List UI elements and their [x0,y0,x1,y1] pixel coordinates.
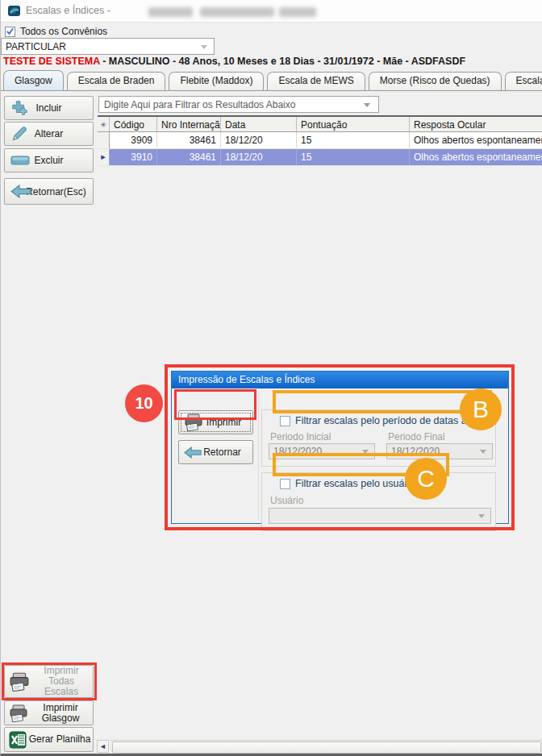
periodo-inicial-dropdown[interactable]: 18/12/2020 [269,443,375,459]
cell-resposta-ocular: Olhos abertos espontaneamente + [410,132,542,148]
step-number-badge: 10 [125,384,163,422]
table-row-selected[interactable]: ▸ 3910 38461 18/12/20 15 Olhos abertos e… [98,149,542,166]
todos-convenios-checkbox[interactable]: Todos os Convênios [5,25,107,38]
imprimir-label: Imprimir [206,417,241,428]
column-header-nro-internacao[interactable]: Nro Internação [157,117,221,131]
imprimir-glasgow-button[interactable]: Imprimir Glasgow [4,700,94,725]
row-selector-cell[interactable] [98,132,110,148]
dialog-divider [258,392,259,519]
imprimir-todas-label: Imprimir Todas Escalas [30,666,93,697]
redacted-title-segment [148,7,193,17]
excluir-label: Excluir [34,155,63,166]
alterar-label: Alterar [35,128,63,139]
badge-c: C [405,458,447,500]
column-header-codigo[interactable]: Código [110,117,157,131]
cell-nro-internacao: 38461 [157,132,221,148]
column-header-resposta-ocular[interactable]: Resposta Ocular [410,117,542,131]
incluir-button[interactable]: Incluir [4,96,94,120]
periodo-final-label: Periodo Final [388,431,445,442]
filter-period-checkbox[interactable]: Filtrar escalas pelo período de datas ab… [280,415,491,426]
patient-details: - MASCULINO - 48 Anos, 10 Meses e 18 Dia… [100,56,465,67]
imprimir-todas-line1: Imprimir Todas [44,665,78,687]
imprimir-glasgow-label: Imprimir Glasgow [28,703,93,724]
imprimir-glasgow-line1: Imprimir [43,702,77,713]
cell-data: 18/12/20 [221,149,297,165]
retornar-esc-button[interactable]: Retornar(Esc) [4,178,94,205]
column-header-data[interactable]: Data [221,117,297,131]
chevron-down-icon [362,450,369,454]
redacted-title-segment [279,7,316,17]
patient-name: TESTE DE SISTEMA [3,56,100,67]
tab-escala-de-braden[interactable]: Escala de Braden [67,72,166,90]
chevron-down-icon [478,514,485,518]
periodo-final-dropdown[interactable]: 18/12/2020 [386,443,493,459]
dialog-retornar-button[interactable]: Retornar [178,440,253,464]
arrow-left-icon [10,185,31,198]
convenio-dropdown[interactable]: PARTICULAR [1,38,215,55]
table-row[interactable]: 3909 38461 18/12/20 15 Olhos abertos esp… [98,132,542,149]
usuario-dropdown[interactable] [269,508,491,524]
alterar-button[interactable]: Alterar [4,122,94,146]
horizontal-scrollbar[interactable] [110,740,542,753]
arrow-left-icon [184,447,202,459]
impressao-dialog: Impressão de Escalas e Índices Imprimir … [171,371,509,524]
periodo-final-value: 18/12/2020 [391,446,440,457]
gerar-planilha-label: Gerar Planilha [27,734,93,745]
tab-flebite-maddox[interactable]: Flebite (Maddox) [169,72,264,90]
title-bar: Escalas e Índices - [1,0,542,23]
cell-resposta-ocular: Olhos abertos espontaneamente + [410,149,542,165]
checkbox-checked-icon[interactable] [5,27,15,37]
tab-strip: Glasgow Escala de Braden Flebite (Maddox… [1,69,542,91]
imprimir-todas-line2: Escalas [44,686,78,697]
dialog-title: Impressão de Escalas e Índices [172,372,508,388]
printer-icon [9,704,28,722]
window-title: Escalas e Índices - [26,5,110,16]
tab-escala-de-ramsay[interactable]: Escala de Ramsay [505,72,542,90]
row-selector-arrow-icon[interactable]: ▸ [98,149,110,165]
checkbox-unchecked-icon[interactable] [280,416,290,426]
retornar-esc-label: Retornar(Esc) [26,186,86,197]
user-filter-group: Filtrar escalas pelo usuário Usuário [261,472,496,531]
add-icon [10,99,28,117]
usuario-label: Usuário [270,495,303,506]
periodo-inicial-label: Periodo Inicial [270,431,331,442]
tab-morse-risco-de-quedas[interactable]: Morse (Risco de Quedas) [369,72,502,90]
incluir-label: Incluir [35,102,61,114]
scrollbar-left-arrow[interactable]: ◄ [97,740,109,753]
todos-convenios-label: Todos os Convênios [20,26,107,37]
badge-b: B [460,388,502,430]
patient-info-bar: TESTE DE SISTEMA - MASCULINO - 48 Anos, … [3,56,465,67]
app-icon [7,4,21,18]
chevron-down-icon [201,45,207,49]
cell-pontuacao: 15 [297,132,410,148]
filter-user-checkbox[interactable]: Filtrar escalas pelo usuário [280,478,415,489]
redacted-title-segment [200,7,274,17]
table-header-row: ✳ Código Nro Internação Data Pontuação R… [98,115,542,132]
selector-column-icon: ✳ [98,117,110,131]
gerar-planilha-button[interactable]: Gerar Planilha [4,727,94,752]
column-header-pontuacao[interactable]: Pontuação [297,117,410,131]
excluir-button[interactable]: Excluir [4,148,94,172]
cell-codigo: 3909 [110,132,157,148]
cell-codigo: 3910 [110,149,157,165]
imprimir-button[interactable]: Imprimir [178,410,253,434]
filter-results-input[interactable]: Digite Aqui para Filtrar os Resultados A… [98,96,379,113]
tab-escala-de-mews[interactable]: Escala de MEWS [267,72,365,90]
cell-nro-internacao: 38461 [157,149,221,165]
cell-pontuacao: 15 [297,149,410,165]
tab-glasgow[interactable]: Glasgow [3,70,64,91]
excel-icon [9,731,27,749]
chevron-down-icon [364,103,370,107]
filter-placeholder: Digite Aqui para Filtrar os Resultados A… [104,99,295,110]
printer-icon [9,672,30,692]
dialog-retornar-label: Retornar [203,447,241,458]
pencil-icon [10,126,27,143]
filter-user-label: Filtrar escalas pelo usuário [295,478,415,489]
scrollbar-thumb[interactable] [112,741,541,754]
results-table: ✳ Código Nro Internação Data Pontuação R… [98,115,542,166]
imprimir-todas-escalas-button[interactable]: Imprimir Todas Escalas [4,665,94,698]
imprimir-glasgow-line2: Glasgow [42,712,80,724]
cell-data: 18/12/20 [221,132,297,148]
checkbox-unchecked-icon[interactable] [280,479,290,489]
chevron-down-icon [480,450,486,454]
